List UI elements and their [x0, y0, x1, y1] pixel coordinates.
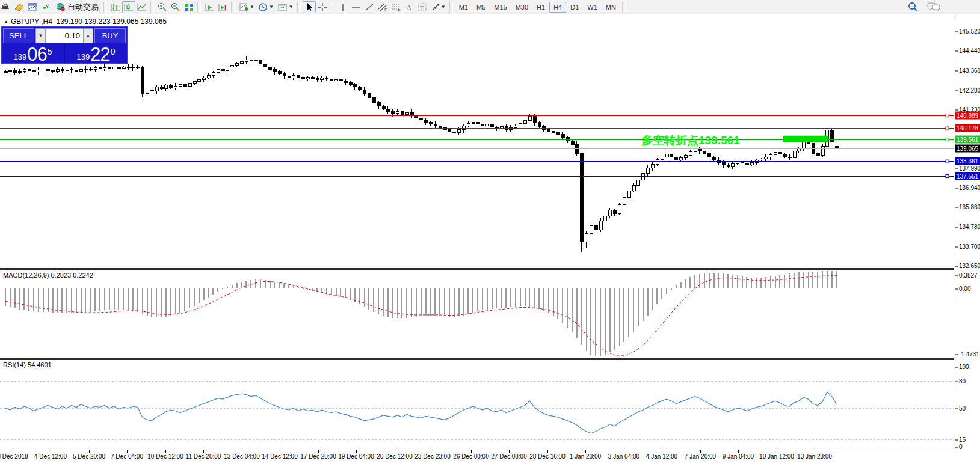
timeframe-button-w1[interactable]: W1 [583, 2, 602, 13]
vertical-line-tool-button[interactable] [336, 1, 350, 13]
macd-histogram-bar [85, 288, 86, 312]
candle-up [80, 70, 83, 71]
macd-histogram-bar [590, 288, 591, 355]
buy-price[interactable]: 139 22 0 [65, 44, 127, 63]
clock-icon [258, 2, 268, 12]
candle-up [514, 126, 517, 127]
timeframe-button-h1[interactable]: H1 [532, 2, 549, 13]
line-handle[interactable] [946, 114, 949, 117]
candlestick-chart-type-button[interactable] [122, 1, 135, 13]
timeframe-button-m30[interactable]: M30 [511, 2, 532, 13]
candle-down [675, 157, 678, 160]
bar-chart-type-button[interactable] [109, 1, 122, 13]
macd-histogram-bar [439, 288, 440, 316]
sell-button[interactable]: SELL [3, 28, 34, 43]
timeframe-button-m15[interactable]: M15 [490, 2, 511, 13]
annotation-text[interactable]: 多空转折点139.561 [641, 134, 740, 147]
candle-down [75, 70, 78, 72]
macd-canvas[interactable] [0, 270, 954, 359]
timeframe-button-m5[interactable]: M5 [472, 2, 490, 13]
auto-scroll-button[interactable] [203, 1, 216, 13]
signal-icon[interactable] [39, 1, 52, 13]
candle-up [637, 180, 640, 185]
candle-down [547, 129, 550, 131]
chart-window-icon[interactable] [26, 1, 39, 13]
candle-down [359, 87, 362, 90]
zoom-in-button[interactable] [156, 1, 169, 13]
sell-price[interactable]: 139 06 5 [2, 44, 65, 63]
rsi-canvas[interactable] [0, 361, 954, 450]
price-axis-tick: 144.440 [955, 47, 980, 54]
new-order-icon[interactable] [13, 1, 26, 13]
line-handle[interactable] [946, 160, 949, 163]
macd-histogram-bar [472, 288, 473, 313]
pane-splitter[interactable] [0, 358, 980, 360]
macd-histogram-bar [704, 273, 705, 288]
templates-button[interactable]: ▼ [276, 1, 295, 13]
pane-splitter[interactable] [0, 268, 980, 270]
macd-histogram-bar [28, 288, 29, 311]
indicators-button[interactable]: ▼ [236, 1, 256, 13]
candle-up [642, 174, 645, 180]
time-axis-label: 7 Dec 04:00 [111, 453, 143, 460]
search-icon[interactable] [908, 2, 919, 12]
volume-input[interactable] [46, 28, 83, 43]
chart-ohlc-values: 139.190 139.223 139.065 139.065 [57, 17, 167, 26]
macd-histogram-bar [71, 288, 72, 313]
macd-histogram-bar [416, 288, 417, 317]
candle-down [453, 132, 456, 133]
autotrading-button[interactable]: 自动交易 [52, 1, 102, 13]
macd-histogram-bar [671, 288, 672, 290]
line-chart-type-button[interactable] [135, 1, 149, 13]
timeframe-button-m1[interactable]: M1 [455, 2, 472, 13]
time-axis[interactable]: 3 Dec 20184 Dec 12:005 Dec 20:007 Dec 04… [0, 450, 954, 464]
crosshair-tool-button[interactable] [316, 1, 329, 13]
buy-button[interactable]: BUY [94, 28, 126, 43]
periods-button[interactable]: ▼ [256, 1, 276, 13]
volume-decrease-button[interactable]: ▼ [35, 28, 46, 43]
candle-down [430, 123, 433, 124]
arrows-tool-button[interactable]: ▼ [429, 1, 448, 13]
macd-histogram-bar [661, 288, 662, 299]
line-handle[interactable] [946, 175, 949, 178]
price-axis-tick: 137.990 [955, 165, 980, 172]
timeframe-button-mn[interactable]: MN [602, 2, 620, 13]
fibonacci-tool-button[interactable]: F [389, 1, 402, 13]
chart-shift-button[interactable] [216, 1, 229, 13]
price-axis[interactable]: 145.520144.440143.360142.280141.230137.9… [954, 15, 980, 464]
line-handle[interactable] [946, 138, 949, 141]
chat-icon[interactable] [927, 2, 940, 12]
equidistant-channel-tool-button[interactable]: E [376, 1, 389, 13]
text-label-tool-button[interactable]: T [416, 1, 429, 13]
macd-histogram-bar [132, 288, 134, 311]
trendline-tool-button[interactable] [363, 1, 376, 13]
main-chart-canvas[interactable]: 多空转折点139.561 [0, 15, 954, 269]
horizontal-line-tool-button[interactable] [350, 1, 363, 13]
zoom-out-button[interactable] [169, 1, 182, 13]
collapse-triangle-icon[interactable]: ▲ [4, 19, 8, 25]
tile-windows-button[interactable] [182, 1, 196, 13]
macd-axis-tick: 0.00 [955, 285, 970, 292]
macd-histogram-bar [368, 288, 369, 310]
crosshair-icon [318, 2, 327, 12]
candle-down [415, 115, 418, 118]
new-order-partial-label[interactable]: 单 [1, 2, 9, 13]
text-tool-button[interactable]: A [402, 1, 416, 13]
candle-down [330, 79, 333, 81]
highlight-bar[interactable] [783, 136, 828, 142]
timeframe-button-h4[interactable]: H4 [549, 2, 566, 13]
cursor-tool-button[interactable] [303, 1, 316, 13]
macd-histogram-bar [255, 279, 256, 288]
macd-histogram-bar [548, 288, 549, 313]
candle-up [103, 67, 106, 69]
macd-histogram-bar [581, 288, 582, 345]
volume-increase-button[interactable]: ▲ [83, 28, 93, 43]
macd-histogram-bar [288, 285, 289, 288]
timeframe-button-d1[interactable]: D1 [566, 2, 583, 13]
price-axis-tick: 135.860 [955, 204, 980, 210]
candle-down [288, 76, 291, 78]
price-axis-tick: 134.780 [955, 224, 980, 230]
line-handle[interactable] [946, 127, 949, 130]
candle-down [344, 81, 347, 82]
price-axis-tick: 132.650 [955, 263, 980, 269]
